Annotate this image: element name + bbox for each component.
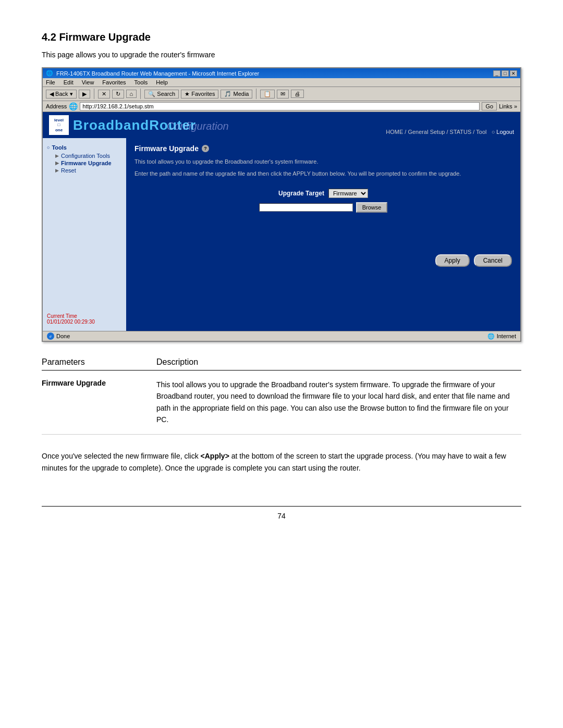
- router-brand-area: BroadbandRouter Configuration: [73, 117, 229, 133]
- sidebar-item-label: Configuration Tools: [61, 153, 110, 159]
- menu-help[interactable]: Help: [156, 79, 168, 85]
- status-text: Done: [56, 333, 70, 339]
- router-content: ○ Tools ▶ Configuration Tools ▶ Firmware…: [43, 138, 520, 331]
- params-table: Parameters Description Firmware Upgrade …: [42, 357, 521, 435]
- main-panel: Firmware Upgrade ? This tool allows you …: [126, 138, 520, 331]
- current-time-label: Current Time: [47, 313, 95, 319]
- col2-header: Description: [156, 357, 521, 371]
- sidebar-tools-section: ○ Tools ▶ Configuration Tools ▶ Firmware…: [47, 144, 122, 174]
- browser-titlebar: 🌐 FRR-1406TX Broadband Router Web Manage…: [43, 68, 520, 78]
- radio-icon: ○: [47, 145, 50, 150]
- refresh-button[interactable]: ↻: [112, 90, 124, 98]
- upgrade-target-row: Upgrade Target Firmware: [134, 189, 512, 198]
- current-time-value: 01/01/2002 00:29:30: [47, 319, 95, 325]
- sidebar-tools-title: ○ Tools: [47, 144, 122, 151]
- footer-text: Once you've selected the new firmware fi…: [42, 450, 521, 475]
- help-icon[interactable]: ?: [202, 145, 209, 152]
- address-input[interactable]: [80, 102, 480, 110]
- links-label: Links »: [499, 103, 517, 109]
- browser-menubar: File Edit View Favorites Tools Help: [43, 78, 520, 87]
- ie-icon: e: [47, 332, 54, 340]
- zone-text: Internet: [497, 333, 516, 339]
- router-logo-area: level□one BroadbandRouter Configuration: [49, 115, 229, 135]
- mail-button[interactable]: ✉: [277, 90, 289, 98]
- browser-title-text: FRR-1406TX Broadband Router Web Manageme…: [56, 70, 259, 77]
- menu-file[interactable]: File: [46, 79, 55, 85]
- sidebar-item-label: Firmware Upgrade: [61, 160, 112, 166]
- sidebar-item-configuration-tools[interactable]: ▶ Configuration Tools: [47, 153, 122, 159]
- panel-desc-2: Enter the path and name of the upgrade f…: [134, 170, 512, 178]
- toolbar-sep-2: [140, 89, 141, 99]
- router-logo: level□one: [49, 115, 69, 135]
- media-button[interactable]: 🎵 Media: [221, 90, 252, 98]
- status-left: e Done: [47, 332, 70, 340]
- menu-view[interactable]: View: [82, 79, 94, 85]
- minimize-button[interactable]: _: [493, 70, 500, 77]
- browser-controls: _ □ ✕: [493, 70, 517, 77]
- sidebar-item-label: Reset: [61, 167, 76, 174]
- file-input-row: Browse: [134, 202, 512, 213]
- status-right: 🌐 Internet: [487, 333, 516, 340]
- table-row: Firmware Upgrade This tool allows you to…: [42, 371, 521, 435]
- router-config: Configuration: [167, 120, 229, 132]
- browser-statusbar: e Done 🌐 Internet: [43, 331, 520, 341]
- history-button[interactable]: 📋: [260, 90, 275, 98]
- sidebar: ○ Tools ▶ Configuration Tools ▶ Firmware…: [43, 138, 126, 331]
- restore-button[interactable]: □: [501, 70, 509, 77]
- back-button[interactable]: ◀ Back ▾: [46, 90, 77, 98]
- menu-tools[interactable]: Tools: [134, 79, 148, 85]
- apply-button[interactable]: Apply: [435, 254, 470, 267]
- sidebar-item-firmware-upgrade[interactable]: ▶ Firmware Upgrade: [47, 160, 122, 166]
- browser-toolbar: ◀ Back ▾ ▶ ✕ ↻ ⌂ 🔍 Search ★ Favorites 🎵 …: [43, 87, 520, 101]
- home-button[interactable]: ⌂: [126, 90, 137, 98]
- browser-window: 🌐 FRR-1406TX Broadband Router Web Manage…: [42, 67, 521, 342]
- cancel-button[interactable]: Cancel: [474, 254, 512, 267]
- forward-button[interactable]: ▶: [79, 90, 90, 98]
- logout-button[interactable]: Logout: [496, 129, 514, 135]
- menu-favorites[interactable]: Favorites: [102, 79, 126, 85]
- internet-icon: 🌐: [487, 333, 495, 340]
- current-time: Current Time 01/01/2002 00:29:30: [47, 313, 95, 325]
- menu-edit[interactable]: Edit: [64, 79, 74, 85]
- stop-button[interactable]: ✕: [98, 90, 110, 98]
- browser-title: 🌐 FRR-1406TX Broadband Router Web Manage…: [46, 70, 259, 77]
- router-nav: HOME / General Setup / STATUS / Tool ○ L…: [386, 129, 514, 135]
- router-header: level□one BroadbandRouter Configuration …: [43, 112, 520, 138]
- section-title: 4.2 Firmware Upgrade: [42, 31, 521, 43]
- address-bar: Address 🌐 Go Links »: [43, 101, 520, 112]
- intro-text: This page allows you to upgrade the rout…: [42, 51, 521, 59]
- panel-title-text: Firmware Upgrade: [134, 144, 199, 153]
- param-desc: This tool allows you to upgrade the Broa…: [156, 371, 521, 435]
- page-number: 74: [277, 512, 286, 520]
- address-label: Address: [46, 103, 67, 109]
- toolbar-sep-3: [256, 89, 256, 99]
- panel-title: Firmware Upgrade ?: [134, 144, 512, 153]
- arrow-icon: ▶: [55, 168, 59, 173]
- go-button[interactable]: Go: [482, 102, 497, 110]
- favorites-button[interactable]: ★ Favorites: [181, 90, 218, 98]
- file-path-input[interactable]: [259, 203, 353, 212]
- upgrade-target-label: Upgrade Target: [278, 190, 324, 197]
- param-name: Firmware Upgrade: [42, 371, 156, 435]
- upgrade-target-select[interactable]: Firmware: [328, 189, 368, 198]
- page-number-area: 74: [42, 506, 521, 520]
- close-button[interactable]: ✕: [510, 70, 517, 77]
- address-ie-icon: 🌐: [69, 102, 78, 110]
- toolbar-sep-1: [94, 89, 94, 99]
- panel-desc-1: This tool allows you to upgrade the Broa…: [134, 158, 512, 166]
- search-button[interactable]: 🔍 Search: [144, 90, 179, 98]
- print-button[interactable]: 🖨: [291, 90, 304, 98]
- panel-bottom-buttons: Apply Cancel: [134, 254, 512, 267]
- arrow-icon: ▶: [55, 153, 59, 158]
- router-nav-area: HOME / General Setup / STATUS / Tool ○ L…: [386, 129, 514, 135]
- upgrade-form: Upgrade Target Firmware Browse: [134, 189, 512, 213]
- browse-button[interactable]: Browse: [356, 202, 388, 213]
- sidebar-item-reset[interactable]: ▶ Reset: [47, 167, 122, 174]
- ie-title-icon: 🌐: [46, 70, 53, 77]
- arrow-icon: ▶: [55, 161, 59, 166]
- col1-header: Parameters: [42, 357, 156, 371]
